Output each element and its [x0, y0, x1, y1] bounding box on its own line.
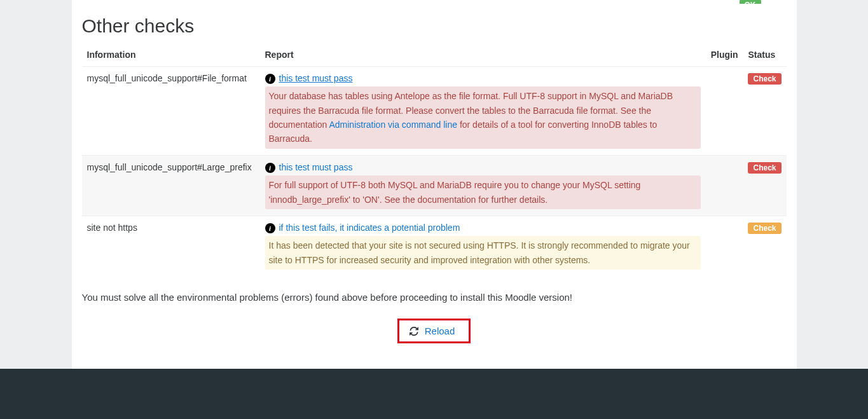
other-checks-table: Information Report Plugin Status mysql_f… [82, 43, 787, 276]
report-summary-link[interactable]: this test must pass [279, 73, 353, 83]
reload-button[interactable]: Reload [397, 319, 471, 343]
status-badge-ok: OK [740, 0, 761, 4]
cell-information: mysql_full_unicode_support#Large_prefix [82, 155, 260, 216]
cell-plugin [706, 155, 743, 216]
col-header-report: Report [260, 43, 706, 67]
page-footer [0, 369, 868, 419]
status-badge: Check [748, 73, 781, 85]
report-summary-link[interactable]: this test must pass [279, 162, 353, 172]
cell-status: Check [743, 67, 786, 156]
cell-report: ithis test must passFor full support of … [260, 155, 706, 216]
cell-status: Check [743, 216, 786, 276]
report-summary-link[interactable]: if this test fails, it indicates a poten… [279, 223, 460, 233]
cell-plugin [706, 67, 743, 156]
info-icon: i [265, 74, 275, 84]
truncated-previous-row: OK [82, 0, 787, 4]
cell-plugin [706, 216, 743, 276]
refresh-icon [410, 327, 418, 336]
cell-information: mysql_full_unicode_support#File_format [82, 67, 260, 156]
main-content: OK Other checks Information Report Plugi… [72, 0, 797, 369]
cell-information: site not https [82, 216, 260, 276]
table-row: mysql_full_unicode_support#Large_prefixi… [82, 155, 787, 216]
section-title: Other checks [82, 15, 787, 37]
status-badge: Check [748, 162, 781, 174]
col-header-plugin: Plugin [706, 43, 743, 67]
col-header-status: Status [743, 43, 786, 67]
cell-report: iif this test fails, it indicates a pote… [260, 216, 706, 276]
info-icon: i [265, 163, 275, 173]
report-detail: It has been detected that your site is n… [265, 236, 701, 270]
info-icon: i [265, 223, 275, 233]
status-badge: Check [748, 223, 781, 234]
table-row: site not httpsiif this test fails, it in… [82, 216, 787, 276]
cell-status: Check [743, 155, 786, 216]
report-detail: Your database has tables using Antelope … [265, 86, 701, 149]
report-detail: For full support of UTF-8 both MySQL and… [265, 175, 701, 209]
instruction-text: You must solve all the environmental pro… [82, 292, 787, 303]
reload-label: Reload [425, 326, 455, 336]
col-header-information: Information [82, 43, 260, 67]
inline-doc-link[interactable]: Administration via command line [329, 120, 457, 130]
table-row: mysql_full_unicode_support#File_formatit… [82, 67, 787, 156]
cell-report: ithis test must passYour database has ta… [260, 67, 706, 156]
